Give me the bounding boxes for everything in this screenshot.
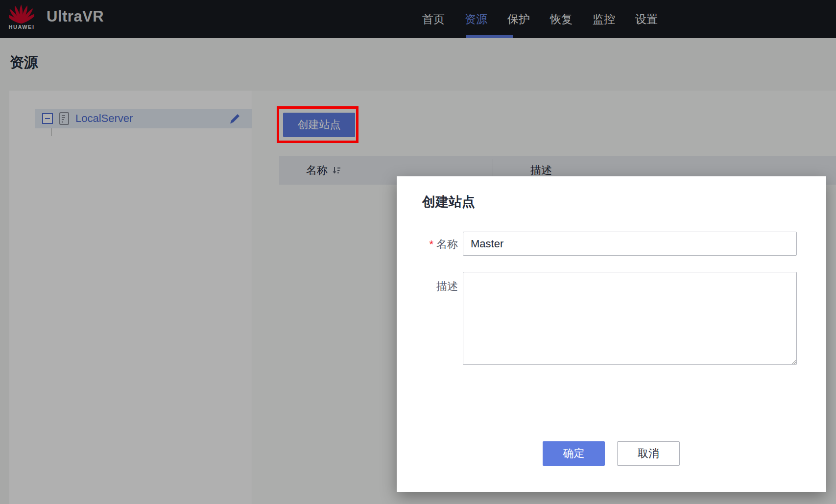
ok-button[interactable]: 确定: [543, 441, 605, 466]
cancel-button[interactable]: 取消: [617, 441, 680, 466]
app-window: HUAWEI UltraVR 首页 资源 保护 恢复 监控 设置 资源: [0, 0, 836, 504]
name-label-text: 名称: [436, 238, 458, 250]
dialog-title: 创建站点: [422, 193, 475, 211]
site-description-textarea[interactable]: [463, 272, 797, 365]
site-name-input[interactable]: [463, 232, 797, 256]
create-site-dialog: 创建站点 *名称 描述 确定 取消: [397, 176, 826, 492]
name-field-label: *名称: [397, 237, 458, 252]
description-field-label: 描述: [397, 279, 458, 294]
required-asterisk: *: [429, 238, 433, 250]
